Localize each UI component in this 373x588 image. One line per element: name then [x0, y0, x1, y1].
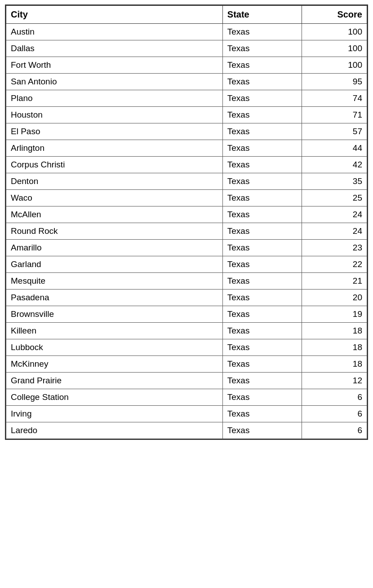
cell-score: 23: [302, 240, 367, 256]
table-row: LubbockTexas18: [6, 339, 367, 356]
cell-state: Texas: [222, 24, 302, 40]
cell-state: Texas: [222, 240, 302, 256]
header-state: State: [222, 6, 302, 24]
table-row: PasadenaTexas20: [6, 290, 367, 306]
cell-score: 6: [302, 422, 367, 439]
cell-city: El Paso: [6, 123, 223, 140]
cell-city: Grand Prairie: [6, 373, 223, 389]
cell-state: Texas: [222, 323, 302, 339]
table-row: McKinneyTexas18: [6, 356, 367, 373]
table-row: GarlandTexas22: [6, 256, 367, 273]
cell-state: Texas: [222, 190, 302, 206]
table-row: Corpus ChristiTexas42: [6, 157, 367, 173]
table-row: AmarilloTexas23: [6, 240, 367, 256]
cell-score: 95: [302, 74, 367, 90]
table-row: AustinTexas100: [6, 24, 367, 40]
cell-city: McAllen: [6, 206, 223, 223]
cell-score: 21: [302, 273, 367, 290]
cell-state: Texas: [222, 107, 302, 123]
cell-city: Brownsville: [6, 306, 223, 323]
cell-city: McKinney: [6, 356, 223, 373]
cell-city: Laredo: [6, 422, 223, 439]
cell-state: Texas: [222, 339, 302, 356]
cell-city: Mesquite: [6, 273, 223, 290]
cell-city: Round Rock: [6, 223, 223, 240]
cell-city: Killeen: [6, 323, 223, 339]
cell-score: 57: [302, 123, 367, 140]
cell-score: 19: [302, 306, 367, 323]
cell-city: Dallas: [6, 40, 223, 57]
cell-city: Plano: [6, 90, 223, 107]
cell-score: 6: [302, 406, 367, 422]
cell-score: 24: [302, 206, 367, 223]
cell-city: Houston: [6, 107, 223, 123]
cell-state: Texas: [222, 389, 302, 406]
cell-city: Amarillo: [6, 240, 223, 256]
cell-state: Texas: [222, 356, 302, 373]
cell-state: Texas: [222, 406, 302, 422]
table-row: HoustonTexas71: [6, 107, 367, 123]
cell-score: 42: [302, 157, 367, 173]
table-row: El PasoTexas57: [6, 123, 367, 140]
cell-city: Corpus Christi: [6, 157, 223, 173]
cell-score: 100: [302, 57, 367, 74]
cell-score: 20: [302, 290, 367, 306]
cell-city: Fort Worth: [6, 57, 223, 74]
cell-score: 25: [302, 190, 367, 206]
table-row: KilleenTexas18: [6, 323, 367, 339]
table-row: IrvingTexas6: [6, 406, 367, 422]
cell-city: Lubbock: [6, 339, 223, 356]
table-row: San AntonioTexas95: [6, 74, 367, 90]
cell-city: Denton: [6, 173, 223, 190]
cell-city: Garland: [6, 256, 223, 273]
table-row: College StationTexas6: [6, 389, 367, 406]
cell-score: 100: [302, 24, 367, 40]
table-row: DallasTexas100: [6, 40, 367, 57]
cell-score: 22: [302, 256, 367, 273]
cell-state: Texas: [222, 173, 302, 190]
cell-score: 35: [302, 173, 367, 190]
cell-score: 18: [302, 339, 367, 356]
table-header-row: City State Score: [6, 6, 367, 24]
cell-score: 12: [302, 373, 367, 389]
table-row: ArlingtonTexas44: [6, 140, 367, 157]
cell-score: 18: [302, 323, 367, 339]
cell-state: Texas: [222, 422, 302, 439]
cell-state: Texas: [222, 373, 302, 389]
table-row: DentonTexas35: [6, 173, 367, 190]
cell-city: Arlington: [6, 140, 223, 157]
cell-city: College Station: [6, 389, 223, 406]
cell-city: Austin: [6, 24, 223, 40]
cell-city: Irving: [6, 406, 223, 422]
cell-state: Texas: [222, 223, 302, 240]
table-row: WacoTexas25: [6, 190, 367, 206]
table-row: McAllenTexas24: [6, 206, 367, 223]
cell-state: Texas: [222, 157, 302, 173]
cell-state: Texas: [222, 40, 302, 57]
cell-score: 71: [302, 107, 367, 123]
cell-score: 18: [302, 356, 367, 373]
table-row: MesquiteTexas21: [6, 273, 367, 290]
cell-state: Texas: [222, 123, 302, 140]
cell-score: 74: [302, 90, 367, 107]
cell-state: Texas: [222, 273, 302, 290]
table-row: PlanoTexas74: [6, 90, 367, 107]
table-row: Round RockTexas24: [6, 223, 367, 240]
table-row: BrownsvilleTexas19: [6, 306, 367, 323]
cell-city: Pasadena: [6, 290, 223, 306]
data-table: City State Score AustinTexas100DallasTex…: [5, 4, 368, 440]
cell-state: Texas: [222, 57, 302, 74]
cell-score: 44: [302, 140, 367, 157]
cell-state: Texas: [222, 306, 302, 323]
cell-score: 6: [302, 389, 367, 406]
table-row: Grand PrairieTexas12: [6, 373, 367, 389]
header-score: Score: [302, 6, 367, 24]
cell-state: Texas: [222, 290, 302, 306]
cell-state: Texas: [222, 90, 302, 107]
cell-state: Texas: [222, 140, 302, 157]
cell-score: 24: [302, 223, 367, 240]
cell-score: 100: [302, 40, 367, 57]
cell-city: Waco: [6, 190, 223, 206]
cell-state: Texas: [222, 206, 302, 223]
table-row: LaredoTexas6: [6, 422, 367, 439]
